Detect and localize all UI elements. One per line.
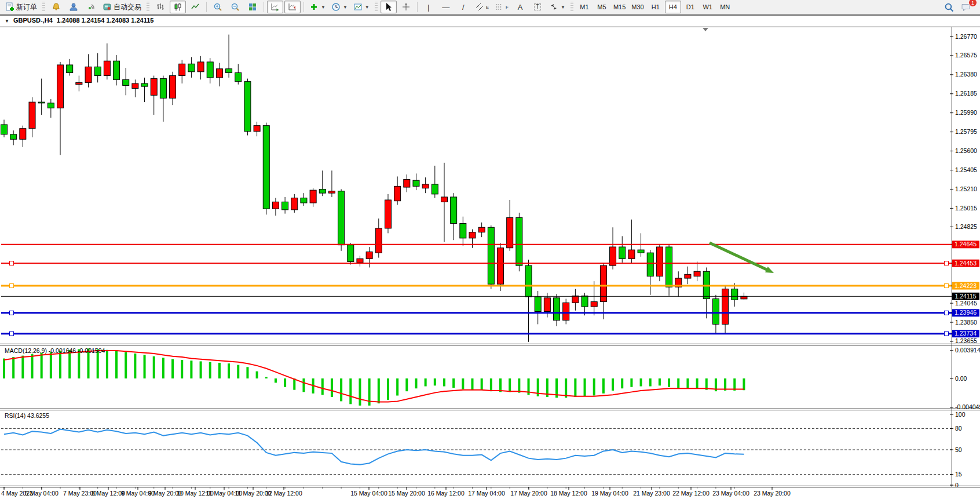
price-tick-label: 1.26770 [955, 33, 977, 40]
autotrade-button[interactable]: 自动交易 [100, 1, 144, 13]
macd-histogram-bar [115, 351, 118, 378]
macd-histogram-bar [640, 378, 642, 387]
search-button[interactable] [941, 1, 957, 13]
timeframe-group: M1M5M15M30H1H4D1W1MN [576, 1, 734, 13]
time-axis-label: 22 May 12:00 [672, 490, 710, 497]
macd-histogram-bar [12, 357, 14, 378]
timeframe-D1[interactable]: D1 [682, 1, 699, 13]
community-button[interactable] [65, 1, 82, 13]
bar-chart-button[interactable] [152, 1, 169, 13]
dropdown-caret-icon: ▼ [343, 5, 348, 10]
line-handle[interactable] [945, 284, 949, 288]
macd-histogram-bar [405, 378, 408, 391]
candle [47, 103, 54, 108]
macd-histogram-bar [218, 363, 221, 378]
candle [516, 217, 522, 265]
timeframe-H4[interactable]: H4 [665, 1, 681, 13]
time-axis-label: 21 May 23:00 [633, 490, 670, 497]
main-toolbar: 新订单 自动交易 ▼ ▼ [0, 0, 980, 14]
periods-button[interactable]: ▼ [329, 1, 350, 13]
candle [301, 198, 307, 203]
line-handle[interactable] [10, 284, 14, 288]
macd-tick-label: 0.00 [955, 375, 967, 382]
macd-histogram-bar [686, 378, 689, 388]
candle [404, 180, 410, 188]
line-handle[interactable] [945, 311, 949, 315]
macd-histogram-bar [425, 378, 427, 387]
alerts-button[interactable] [48, 1, 64, 13]
timeframe-M30[interactable]: M30 [629, 1, 646, 13]
new-order-button[interactable]: 新订单 [3, 1, 39, 13]
timeframe-MN[interactable]: MN [717, 1, 733, 13]
line-chart-button[interactable] [187, 1, 203, 13]
timeframe-M15[interactable]: M15 [611, 1, 628, 13]
candle [188, 64, 195, 72]
macd-histogram-bar [359, 378, 361, 406]
timeframe-H1[interactable]: H1 [648, 1, 664, 13]
line-handle[interactable] [945, 332, 949, 336]
line-handle[interactable] [10, 311, 14, 315]
macd-histogram-bar [387, 378, 389, 400]
candle [638, 250, 644, 253]
zoom-in-button[interactable] [210, 1, 226, 13]
toolbar-separator [264, 2, 264, 12]
clock-icon [331, 2, 341, 12]
line-handle[interactable] [10, 332, 14, 336]
macd-histogram-bar [471, 378, 474, 390]
time-axis-label: 12 May 12:00 [265, 490, 302, 497]
candle [328, 191, 335, 193]
candle [582, 296, 588, 307]
candle [656, 247, 663, 276]
channel-tool-button[interactable]: E [473, 1, 491, 13]
price-chart-canvas[interactable]: 1.267701.265751.263801.261851.259901.257… [0, 16, 980, 499]
text-tool-button[interactable]: A [512, 1, 528, 13]
chart-shift-button[interactable] [284, 1, 301, 13]
macd-histogram-bar [490, 378, 492, 391]
candle [67, 65, 73, 73]
candle [591, 302, 597, 307]
price-tick-label: 1.25405 [955, 166, 977, 173]
candle [469, 232, 476, 238]
candle [366, 252, 372, 258]
macd-histogram-bar [349, 378, 352, 404]
zoom-out-button[interactable] [227, 1, 243, 13]
price-tick-label: 1.25990 [955, 109, 977, 116]
fibonacci-tool-button[interactable]: F [492, 1, 511, 13]
macd-histogram-bar [237, 365, 239, 378]
time-axis-label: 17 May 04:00 [468, 490, 505, 497]
shapes-tool-button[interactable]: ▼ [547, 1, 568, 13]
template-icon [353, 2, 363, 12]
timeframe-M5[interactable]: M5 [594, 1, 610, 13]
rsi-tick-label: 100 [955, 411, 966, 418]
crosshair-tool-button[interactable] [398, 1, 414, 13]
autoscroll-button[interactable] [267, 1, 283, 13]
indicators-button[interactable]: ▼ [307, 1, 328, 13]
candle [151, 79, 157, 96]
label-tool-button[interactable]: T [529, 1, 546, 13]
line-handle[interactable] [945, 261, 949, 265]
macd-histogram-bar [153, 356, 155, 378]
cursor-tool-button[interactable] [381, 1, 397, 13]
templates-button[interactable]: ▼ [351, 1, 372, 13]
bar-chart-icon [156, 2, 165, 12]
zoom-in-icon [213, 2, 222, 12]
toolbar-grip [571, 2, 573, 12]
tile-windows-button[interactable] [244, 1, 261, 13]
time-axis-label: 23 May 04:00 [712, 490, 749, 497]
candle [712, 299, 719, 325]
candlestick-chart-button[interactable] [170, 1, 186, 13]
notification-badge[interactable]: 1 [968, 0, 977, 7]
trendline-tool-button[interactable]: / [455, 1, 471, 13]
timeframe-W1[interactable]: W1 [700, 1, 716, 13]
timeframe-M1[interactable]: M1 [576, 1, 593, 13]
signals-button[interactable] [83, 1, 99, 13]
time-axis-label: 19 May 04:00 [591, 490, 628, 497]
vertical-line-tool-button[interactable]: | [420, 1, 437, 13]
macd-histogram-bar [256, 371, 258, 378]
line-handle[interactable] [10, 261, 14, 265]
macd-histogram-bar [3, 359, 5, 378]
chat-button[interactable]: 1 [958, 1, 974, 13]
horizontal-line-tool-button[interactable]: — [438, 1, 454, 13]
search-icon [944, 2, 954, 12]
rsi-tick-label: 15 [955, 471, 962, 478]
